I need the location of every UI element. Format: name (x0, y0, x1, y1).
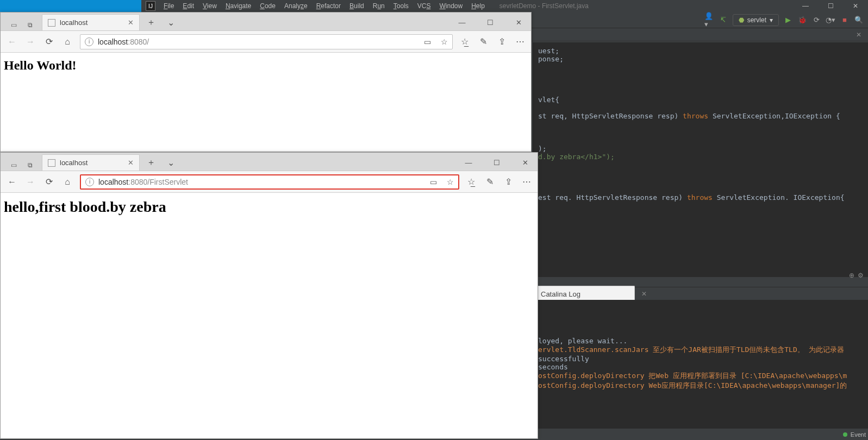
forward-icon: → (24, 176, 36, 188)
home-icon[interactable]: ⌂ (61, 36, 73, 48)
refresh-icon[interactable]: ⟳ (43, 176, 55, 188)
run-icon[interactable]: ▶ (783, 15, 793, 25)
back-icon: ← (6, 36, 18, 48)
intellij-logo-icon: IJ (146, 1, 155, 11)
browser2-tabstrip: ▭ ⧉ localhost ✕ ＋ ⌄ — ☐ ✕ (1, 153, 538, 171)
menu-help[interactable]: Help (467, 1, 489, 11)
tool-window-tabbar: Catalina Log ✕ (533, 287, 868, 300)
menu-tools[interactable]: Tools (390, 1, 413, 11)
browser1-url-field[interactable]: i localhost:8080/ ▭ ☆ (80, 34, 453, 49)
menu-window[interactable]: Window (435, 1, 466, 11)
reading-view-icon[interactable]: ▭ (424, 37, 431, 46)
browser2-maximize-icon[interactable]: ☐ (484, 154, 509, 171)
set-aside-icon[interactable]: ⧉ (24, 20, 35, 30)
code-editor[interactable]: uest; ponse; vlet{ st req, HttpServletRe… (533, 42, 868, 277)
target-icon[interactable]: ⊕ (849, 272, 854, 279)
debug-icon[interactable]: 🐞 (797, 15, 807, 25)
reading-view-icon[interactable]: ▭ (430, 178, 437, 186)
menu-analyze[interactable]: Analyze (280, 1, 311, 11)
favorites-hub-icon[interactable]: ☆̲ (459, 36, 470, 47)
page-icon (48, 19, 55, 27)
ide-minimize-icon[interactable]: — (793, 0, 818, 12)
tab-actions-icon[interactable]: ▭ (8, 160, 19, 171)
tab-close-icon[interactable]: ✕ (128, 18, 134, 27)
favorite-icon[interactable]: ☆ (441, 37, 448, 46)
menu-vcs[interactable]: VCS (414, 1, 435, 11)
stop-icon[interactable]: ■ (840, 15, 850, 25)
profile-icon[interactable]: ◔▾ (826, 15, 835, 25)
new-tab-button[interactable]: ＋ (143, 14, 159, 30)
coverage-icon[interactable]: ⟳ (811, 15, 821, 25)
event-log-label[interactable]: Event (851, 431, 866, 438)
site-info-icon[interactable]: i (85, 178, 94, 186)
more-icon[interactable]: ⋯ (515, 36, 526, 47)
browser2-tab[interactable]: localhost ✕ (42, 154, 140, 171)
menu-edit[interactable]: Edit (179, 1, 198, 11)
tab-menu-icon[interactable]: ⌄ (163, 14, 179, 30)
search-icon[interactable]: 🔍 (854, 15, 864, 25)
more-icon[interactable]: ⋯ (521, 177, 532, 187)
editor-tab-close-icon[interactable]: ✕ (854, 31, 864, 39)
browser2-page-content: hello,first blood.by zebra (1, 193, 538, 438)
menu-view[interactable]: View (199, 1, 221, 11)
url-host: localhost (98, 178, 128, 186)
ide-maximize-icon[interactable]: ☐ (818, 0, 843, 12)
tab-close-icon[interactable]: ✕ (128, 159, 134, 167)
browser1-tab[interactable]: localhost ✕ (42, 14, 140, 30)
browser1-heading: Hello World! (4, 58, 528, 73)
browser2-heading: hello,first blood.by zebra (4, 198, 534, 216)
favorite-icon[interactable]: ☆ (447, 178, 454, 186)
browser1-address-bar: ← → ⟳ ⌂ i localhost:8080/ ▭ ☆ ☆̲ ✎ ⇪ ⋯ (1, 31, 531, 53)
notes-icon[interactable]: ✎ (484, 177, 495, 187)
run-config-combo[interactable]: ⬣ servlet ▾ (733, 14, 779, 26)
home-icon[interactable]: ⌂ (61, 176, 73, 188)
url-path: :8080/FirstServlet (128, 178, 188, 186)
ide-window-title: sevrletDemo - FirstServlet.java (499, 2, 589, 10)
menu-build[interactable]: Build (346, 1, 368, 11)
tool-tab-catalina[interactable]: Catalina Log (537, 286, 635, 302)
share-icon[interactable]: ⇪ (496, 36, 507, 47)
event-indicator-icon[interactable] (843, 432, 847, 437)
user-icon[interactable]: 👤▾ (704, 15, 714, 25)
menu-navigate[interactable]: Navigate (222, 1, 255, 11)
gear-icon[interactable]: ⚙ (858, 272, 864, 279)
browser1-minimize-icon[interactable]: — (449, 14, 474, 30)
menu-refactor[interactable]: Refactor (313, 1, 345, 11)
tab-actions-icon[interactable]: ▭ (8, 20, 19, 30)
browser2-tab-title: localhost (60, 159, 88, 167)
build-hammer-icon[interactable]: ↸ (719, 15, 728, 25)
browser1-close-icon[interactable]: ✕ (506, 14, 531, 30)
tomcat-icon: ⬣ (739, 16, 744, 24)
browser1-tabstrip: ▭ ⧉ localhost ✕ ＋ ⌄ — ☐ ✕ (1, 12, 531, 31)
site-info-icon[interactable]: i (85, 37, 93, 46)
browser2-address-bar: ← → ⟳ ⌂ i localhost:8080/FirstServlet ▭ … (1, 171, 538, 193)
url-host: localhost (98, 37, 128, 46)
refresh-icon[interactable]: ⟳ (43, 36, 55, 48)
back-icon[interactable]: ← (6, 176, 18, 188)
browser1-tab-title: localhost (60, 18, 88, 27)
browser2-close-icon[interactable]: ✕ (513, 154, 538, 171)
desktop-strip (0, 0, 141, 12)
ide-title-bar: IJ File Edit View Navigate Code Analyze … (0, 0, 868, 12)
browser2-minimize-icon[interactable]: — (456, 154, 481, 171)
tab-menu-icon[interactable]: ⌄ (163, 154, 179, 171)
browser-window-1: ▭ ⧉ localhost ✕ ＋ ⌄ — ☐ ✕ ← → ⟳ ⌂ i loca… (0, 12, 532, 152)
chevron-down-icon: ▾ (770, 16, 773, 24)
menu-run[interactable]: Run (369, 1, 389, 11)
notes-icon[interactable]: ✎ (478, 36, 489, 47)
editor-gutter-actions[interactable]: ⊕ ⚙ (849, 272, 864, 279)
browser2-url-field[interactable]: i localhost:8080/FirstServlet ▭ ☆ (80, 174, 459, 190)
favorites-hub-icon[interactable]: ☆̲ (466, 177, 477, 187)
console-output[interactable]: loyed, please wait... ervlet.TldScanner.… (533, 300, 868, 428)
browser1-page-content: Hello World! (1, 53, 531, 152)
menu-file[interactable]: File (160, 1, 178, 11)
ide-main-menu[interactable]: File Edit View Navigate Code Analyze Ref… (160, 0, 489, 12)
set-aside-icon[interactable]: ⧉ (24, 160, 35, 171)
tool-tab-close-icon[interactable]: ✕ (641, 290, 647, 298)
menu-code[interactable]: Code (256, 1, 279, 11)
browser1-maximize-icon[interactable]: ☐ (478, 14, 503, 30)
new-tab-button[interactable]: ＋ (143, 154, 159, 171)
share-icon[interactable]: ⇪ (503, 177, 514, 187)
forward-icon: → (24, 36, 36, 48)
ide-close-icon[interactable]: ✕ (843, 0, 868, 12)
